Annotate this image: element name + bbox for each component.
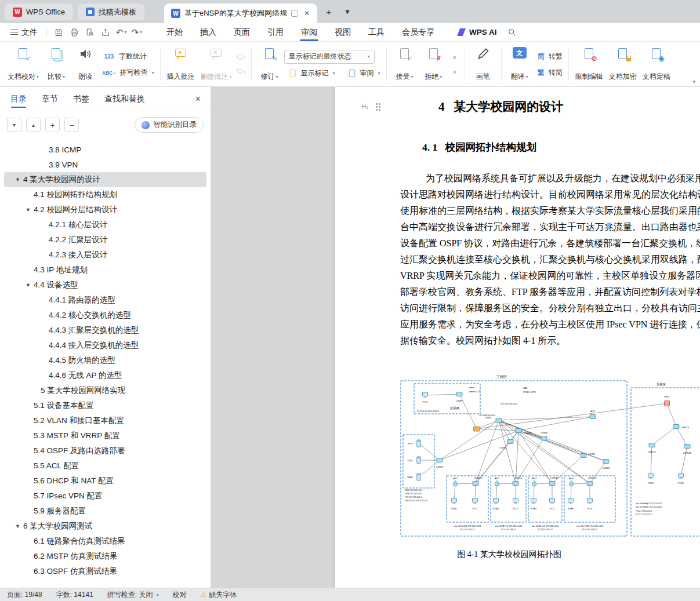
tab-wps-office[interactable]: W WPS Office xyxy=(5,3,73,20)
compare-button[interactable]: 比较▾ xyxy=(42,45,71,85)
simplified-to-traditional-button[interactable]: 简 转繁 xyxy=(534,50,565,63)
toc-item[interactable]: 5.6 DHCP 和 NAT 配置 xyxy=(4,473,206,489)
drag-handle-icon[interactable] xyxy=(376,103,380,111)
toc-item[interactable]: 3.8 ICMP xyxy=(4,142,206,157)
traditional-to-simplified-button[interactable]: 繁 转简 xyxy=(534,66,565,79)
toc-item[interactable]: 4.4.1 路由器的选型 xyxy=(4,293,206,308)
expand-arrow-icon[interactable]: ▼ xyxy=(15,177,20,183)
toc-item[interactable]: 6.1 链路聚合仿真测试结果 xyxy=(4,534,206,549)
translate-button[interactable]: 文 翻译▾ xyxy=(505,45,534,85)
print-button[interactable] xyxy=(67,26,81,39)
page-indicator[interactable]: 页面: 19/48 xyxy=(7,590,42,600)
tab-current-document[interactable]: W 基于eNSP的某大学校园网络规 ✕ xyxy=(164,3,317,23)
finalize-document-button[interactable]: 文档定稿 xyxy=(640,45,673,85)
toc-item[interactable]: 5.5 ACL 配置 xyxy=(4,458,206,473)
toc-item[interactable]: 5.3 MSTP 和 VRRP 配置 xyxy=(4,428,206,443)
menu-tab-7[interactable]: 会员专享 xyxy=(393,23,443,41)
tab-docer-template[interactable]: 找稿壳模板 xyxy=(78,3,144,20)
wps-ai-button[interactable]: WPS AI xyxy=(457,28,497,37)
show-markup-button[interactable]: 显示标记 ▾ xyxy=(284,67,338,80)
tab-chapters[interactable]: 章节 xyxy=(42,87,58,111)
previous-change-button[interactable]: « xyxy=(448,52,461,63)
tab-toc[interactable]: 目录 xyxy=(10,87,27,111)
collapse-all-button[interactable]: ▾ xyxy=(7,118,21,132)
menu-tab-0[interactable]: 开始 xyxy=(158,23,191,41)
smart-toc-button[interactable]: 智能识别目录 xyxy=(135,117,204,133)
search-button[interactable] xyxy=(507,28,517,37)
toc-item[interactable]: 4.2.1 核心层设计 xyxy=(4,217,206,232)
spell-check-button[interactable]: ABC✓ 拼写检查 ▾ xyxy=(100,66,157,79)
reject-change-button[interactable]: 拒绝▾ xyxy=(419,45,448,85)
save-button[interactable] xyxy=(52,26,66,39)
switch-icon xyxy=(590,415,596,419)
ink-pen-button[interactable]: 画笔 xyxy=(469,45,498,85)
toc-item[interactable]: 4.4.5 防火墙的选型 xyxy=(4,353,206,368)
toc-item[interactable]: 6.2 MSTP 仿真测试结果 xyxy=(4,549,206,564)
menu-tab-4[interactable]: 审阅 xyxy=(292,23,326,41)
ribbon-collapse-button[interactable]: ▾ xyxy=(692,79,695,85)
toc-item[interactable]: 6.3 OSPF 仿真测试结果 xyxy=(4,564,206,579)
toc-item[interactable]: 4.4.3 汇聚层交换机的选型 xyxy=(4,323,206,338)
expand-all-button[interactable]: ▴ xyxy=(26,118,41,132)
track-changes-button[interactable]: 修订▾ xyxy=(255,45,284,85)
heading-level-badge[interactable]: H₁ xyxy=(361,103,368,110)
toc-item[interactable]: 5.4 OSPF 及路由选路部署 xyxy=(4,443,206,458)
toc-item[interactable]: 4.4.6 无线 AP 的选型 xyxy=(4,368,206,383)
word-count-button[interactable]: 123 字数统计 xyxy=(100,50,157,63)
insert-comment-button[interactable]: 插入批注 xyxy=(164,45,198,85)
file-menu-button[interactable]: 文件 xyxy=(6,27,42,38)
encrypt-document-button[interactable]: 文档加密 xyxy=(606,45,640,85)
restrict-editing-button[interactable]: 限制编辑 xyxy=(572,45,606,85)
toc-item[interactable]: ▼4.4 设备选型 xyxy=(4,278,206,293)
toc-item[interactable]: 4.3 IP 地址规划 xyxy=(4,263,206,278)
tab-bookmarks[interactable]: 书签 xyxy=(73,87,89,111)
expand-arrow-icon[interactable]: ▼ xyxy=(15,523,20,529)
promote-button[interactable]: + xyxy=(45,118,60,132)
toc-item[interactable]: 5.9 服务器配置 xyxy=(4,504,206,519)
toc-item[interactable]: ▼6 某大学校园网测试 xyxy=(4,519,206,534)
toc-item[interactable]: 4.2.2 汇聚层设计 xyxy=(4,232,206,247)
markup-state-select[interactable]: 显示标记的最终状态 ▾ xyxy=(284,50,375,64)
toc-item[interactable]: 5.2 VLAN 和接口基本配置 xyxy=(4,413,206,428)
menu-tab-6[interactable]: 工具 xyxy=(360,23,393,41)
toc-item[interactable]: 5 某大学校园网网络实现 xyxy=(4,383,206,398)
menu-tab-2[interactable]: 页面 xyxy=(225,23,259,41)
toc-item[interactable]: 3.9 VPN xyxy=(4,157,206,172)
export-pdf-button[interactable] xyxy=(99,26,113,39)
accept-change-button[interactable]: 接受▾ xyxy=(390,45,419,85)
close-pane-icon[interactable]: ✕ xyxy=(195,94,201,103)
toc-item[interactable]: 5.7 IPsec VPN 配置 xyxy=(4,489,206,504)
toc-item[interactable]: 4.1 校园网拓扑结构规划 xyxy=(4,187,206,202)
topology-figure[interactable]: PC7LSW7LSW1LSW2AC1LSW4LSW5LSW6LSW8LSW9AP… xyxy=(399,370,700,544)
expand-arrow-icon[interactable]: ▼ xyxy=(26,282,31,288)
document-page[interactable]: H₁ 4 某大学校园网的设计 4. 1 校园网拓扑结构规划 为了校园网络系统具备… xyxy=(335,87,700,588)
menu-tab-3[interactable]: 引用 xyxy=(259,23,292,41)
word-count-indicator[interactable]: 字数: 14141 xyxy=(56,590,93,600)
next-change-button[interactable]: » xyxy=(448,66,461,78)
proofread-button[interactable]: 校对 xyxy=(172,590,186,600)
undo-button[interactable]: ↶▾ xyxy=(114,26,128,39)
document-canvas[interactable]: H₁ 4 某大学校园网的设计 4. 1 校园网拓扑结构规划 为了校园网络系统具备… xyxy=(211,87,700,588)
doc-proofread-button[interactable]: 文档校对▾ xyxy=(5,45,42,85)
read-aloud-button[interactable]: 朗读 xyxy=(71,45,100,85)
menu-tab-1[interactable]: 插入 xyxy=(191,23,225,41)
close-tab-icon[interactable]: ✕ xyxy=(302,8,311,19)
toc-item[interactable]: 4.2.3 接入层设计 xyxy=(4,247,206,263)
print-preview-button[interactable] xyxy=(83,26,97,39)
tab-find-replace[interactable]: 查找和替换 xyxy=(104,87,145,111)
diagram-label: DNS xyxy=(408,459,413,462)
menu-tab-5[interactable]: 视图 xyxy=(326,23,360,41)
demote-button[interactable]: − xyxy=(64,118,79,132)
review-mode-button[interactable]: 审阅 ▾ xyxy=(343,67,383,80)
toc-item[interactable]: ▼4 某大学校园网的设计 xyxy=(4,172,206,187)
missing-font-warning[interactable]: ⚠缺失字体 xyxy=(200,590,237,600)
spellcheck-toggle[interactable]: 拼写检查: 关闭▾ xyxy=(107,590,159,600)
redo-button[interactable]: ↷▾ xyxy=(130,26,144,39)
toc-item[interactable]: 5.1 设备基本配置 xyxy=(4,398,206,413)
tab-list-button[interactable]: ▾ xyxy=(340,5,354,19)
toc-item[interactable]: 4.4.4 接入层交换机的选型 xyxy=(4,338,206,353)
new-tab-button[interactable]: + xyxy=(322,5,336,19)
toc-item[interactable]: ▼4.2 校园网分层结构设计 xyxy=(4,202,206,217)
toc-item[interactable]: 4.4.2 核心交换机的选型 xyxy=(4,308,206,323)
expand-arrow-icon[interactable]: ▼ xyxy=(26,207,31,213)
